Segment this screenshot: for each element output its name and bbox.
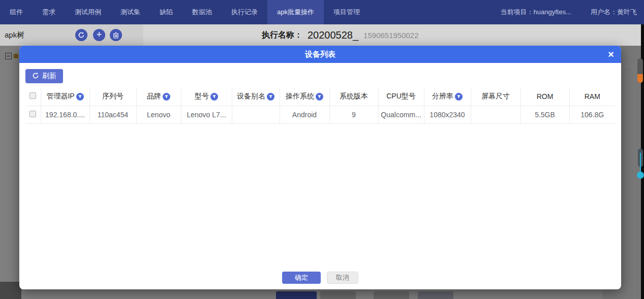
header-select-all	[25, 88, 41, 106]
execution-name-value[interactable]: 20200528_	[308, 29, 358, 41]
cell-serial-number: 110ac454	[89, 106, 136, 123]
table-row[interactable]: 192.168.0.... 110ac454 Lenovo Lenovo L7.…	[25, 106, 615, 123]
row-select-cell	[25, 106, 41, 123]
execution-name-group: 执行名称： 20200528_ 1590651950022	[262, 24, 419, 46]
app-window: 组件 需求 测试用例 测试集 缺陷 数据池 执行记录 apk批量操作 项目管理 …	[0, 0, 644, 299]
refresh-icon	[32, 72, 39, 81]
filter-icon[interactable]	[163, 93, 170, 101]
filter-icon[interactable]	[210, 93, 218, 101]
nav-item-defects[interactable]: 缺陷	[150, 0, 182, 24]
row-checkbox[interactable]	[29, 111, 36, 117]
cell-screen-size	[471, 106, 520, 123]
nav-item-test-cases[interactable]: 测试用例	[65, 0, 111, 24]
trash-icon	[113, 32, 119, 39]
scroll-indicator-orange-segment	[637, 74, 643, 83]
execution-name-suffix: 1590651950022	[363, 31, 418, 40]
nav-right-group: 当前项目：huangyftes... 用户名：黄叶飞	[501, 0, 637, 24]
cell-rom: 5.5GB	[520, 106, 569, 123]
nav-item-components[interactable]: 组件	[0, 0, 33, 24]
modal-body: 刷新 管理器IP 序列号 品牌 型号 设备别名 操作系统 系统版本	[25, 63, 615, 266]
col-device-alias: 设备别名	[232, 88, 280, 106]
filter-icon[interactable]	[267, 93, 274, 101]
tree-delete-button[interactable]	[110, 29, 122, 41]
cell-manager-ip: 192.168.0....	[41, 106, 89, 123]
refresh-button[interactable]: 刷新	[25, 69, 63, 83]
modal-title: 设备列表	[305, 50, 335, 59]
username-label[interactable]: 用户名：黄叶飞	[591, 8, 637, 17]
col-manager-ip: 管理器IP	[41, 88, 89, 106]
tree-refresh-button[interactable]	[75, 29, 87, 41]
scroll-slider-knob[interactable]	[637, 172, 644, 179]
cell-brand: Lenovo	[136, 106, 181, 123]
cell-ram: 106.8G	[569, 106, 615, 123]
scroll-indicator-handle[interactable]	[637, 58, 643, 83]
nav-item-data-pool[interactable]: 数据池	[182, 0, 222, 24]
col-rom: ROM	[520, 88, 569, 106]
refresh-button-label: 刷新	[42, 72, 56, 81]
device-table: 管理器IP 序列号 品牌 型号 设备别名 操作系统 系统版本 CPU型号 分辨率…	[25, 88, 615, 124]
modal-header[interactable]: 设备列表 ×	[19, 46, 621, 63]
refresh-icon	[78, 31, 85, 39]
cell-device-alias	[232, 106, 280, 123]
cell-os-version: 9	[329, 106, 378, 123]
col-ram: RAM	[569, 88, 615, 106]
nav-item-execution-records[interactable]: 执行记录	[222, 0, 267, 24]
execution-name-label: 执行名称：	[262, 30, 302, 41]
table-header-row: 管理器IP 序列号 品牌 型号 设备别名 操作系统 系统版本 CPU型号 分辨率…	[25, 88, 615, 106]
apk-tree-panel-header: apk树 +	[0, 24, 143, 46]
col-os: 操作系统	[280, 88, 329, 106]
col-brand: 品牌	[136, 88, 181, 106]
cell-cpu-model: Qualcomm...	[378, 106, 424, 123]
tree-add-button[interactable]: +	[93, 29, 105, 41]
col-screen-size: 屏幕尺寸	[471, 88, 520, 106]
nav-item-requirements[interactable]: 需求	[33, 0, 65, 24]
top-nav: 组件 需求 测试用例 测试集 缺陷 数据池 执行记录 apk批量操作 项目管理 …	[0, 0, 644, 24]
filter-icon[interactable]	[76, 93, 84, 101]
col-resolution: 分辨率	[424, 88, 471, 106]
current-project-label[interactable]: 当前项目：huangyftes...	[501, 8, 571, 17]
close-icon[interactable]: ×	[608, 46, 614, 63]
nav-item-test-sets[interactable]: 测试集	[111, 0, 150, 24]
cell-resolution: 1080x2340	[424, 106, 471, 123]
filter-icon[interactable]	[316, 93, 323, 101]
col-serial-number: 序列号	[89, 88, 136, 106]
scroll-slider[interactable]	[636, 149, 644, 183]
cancel-button[interactable]: 取消	[327, 272, 358, 284]
col-model: 型号	[181, 88, 232, 106]
apk-tree-title: apk树	[5, 30, 24, 40]
select-all-checkbox[interactable]	[29, 92, 36, 99]
sub-toolbar: apk树 + 执行名称： 20200528_ 1590651950022	[0, 24, 644, 46]
modal-footer: 确定 取消	[19, 272, 621, 284]
plus-icon: +	[97, 30, 102, 39]
cell-os: Android	[280, 106, 329, 123]
filter-icon[interactable]	[455, 93, 463, 101]
device-list-modal: 设备列表 × 刷新 管理器IP 序列号 品牌	[19, 46, 621, 289]
col-cpu-model: CPU型号	[378, 88, 424, 106]
nav-item-apk-batch-active[interactable]: apk批量操作	[267, 0, 324, 24]
nav-item-project-management[interactable]: 项目管理	[324, 0, 370, 24]
col-os-version: 系统版本	[329, 88, 378, 106]
cell-model: Lenovo L7...	[181, 106, 232, 123]
confirm-button[interactable]: 确定	[282, 272, 321, 284]
